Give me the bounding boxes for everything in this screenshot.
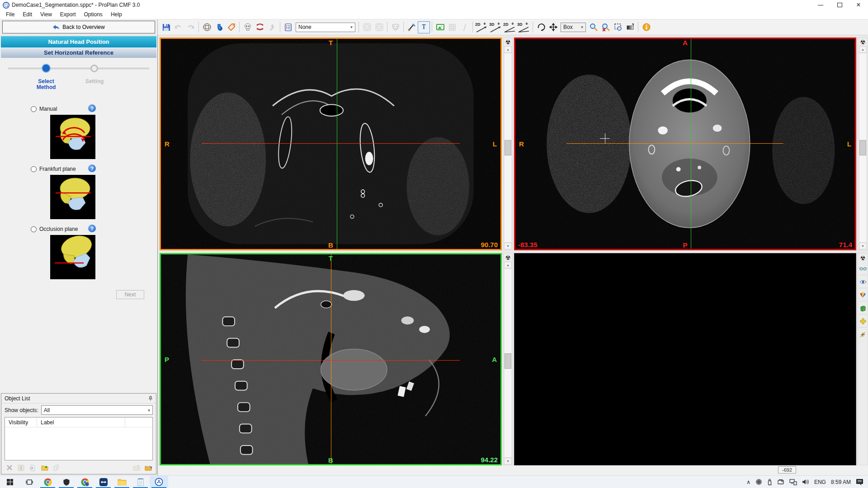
scroll-thumb[interactable]	[505, 140, 511, 155]
axis-icon[interactable]	[859, 331, 867, 340]
step-select-method-dot[interactable]	[42, 64, 51, 73]
jaw-icon[interactable]	[254, 21, 266, 33]
notification-center-icon[interactable]	[856, 479, 863, 485]
wireframe-sphere-icon[interactable]	[201, 21, 213, 33]
usb-device-icon[interactable]	[767, 479, 772, 486]
volume-viewport[interactable]	[514, 253, 856, 466]
scroll-track[interactable]	[504, 268, 512, 458]
back-to-overview-button[interactable]: Back to Overview	[2, 21, 155, 33]
menu-export[interactable]: Export	[56, 11, 80, 18]
menu-file[interactable]: File	[2, 11, 19, 18]
axial-crosshair-horizontal[interactable]	[566, 143, 784, 144]
preset-dropdown[interactable]: None ▾	[296, 23, 355, 32]
tag-icon[interactable]	[225, 21, 237, 33]
frankfurt-plane-help-icon[interactable]: ?	[88, 164, 96, 172]
display-capture-icon[interactable]	[777, 479, 784, 485]
start-button[interactable]	[0, 476, 20, 488]
taskbar-chrome[interactable]	[38, 476, 57, 488]
close-button[interactable]: ×	[849, 0, 868, 10]
duplicate-object-icon[interactable]	[52, 464, 60, 472]
wrench-icon[interactable]	[266, 21, 278, 33]
rotate-icon[interactable]	[535, 21, 547, 33]
step-setting-dot[interactable]	[90, 65, 98, 72]
scroll-down-button[interactable]: ▾	[859, 243, 867, 249]
window-level-icon[interactable]	[624, 21, 636, 33]
scroll-track[interactable]	[504, 53, 512, 243]
network-icon[interactable]	[789, 479, 797, 485]
open-objects-icon[interactable]	[144, 464, 152, 472]
plus-pattern-icon[interactable]	[859, 318, 867, 328]
tray-expand-chevron[interactable]: ∧	[746, 479, 750, 485]
occlusion-plane-help-icon[interactable]: ?	[88, 225, 96, 232]
curve-icon[interactable]	[458, 21, 471, 33]
taskbar-teamviewer[interactable]	[94, 476, 113, 488]
grid-icon[interactable]	[446, 21, 458, 33]
taskbar-proplan[interactable]	[150, 476, 168, 488]
occlusion-plane-radio[interactable]	[31, 226, 37, 232]
scroll-track[interactable]	[859, 53, 867, 243]
cube-icon[interactable]	[859, 305, 867, 314]
coronal-crosshair-horizontal[interactable]	[202, 143, 460, 144]
solid-object-icon[interactable]	[213, 21, 225, 33]
skull-icon[interactable]	[241, 21, 254, 33]
measure-3d-distance-icon[interactable]: 3D+	[489, 21, 503, 33]
color-fan-icon[interactable]	[859, 291, 867, 301]
manual-radio[interactable]	[31, 106, 37, 112]
measure-2d-distance-icon[interactable]: 2D+	[475, 21, 489, 33]
scroll-down-button[interactable]: ▾	[504, 243, 512, 249]
export-object-icon[interactable]	[29, 464, 37, 472]
measure-3d-angle-icon[interactable]: 3D+	[517, 21, 531, 33]
draw-tool-icon[interactable]	[406, 21, 418, 33]
clock[interactable]: 8:59 AM	[831, 479, 851, 485]
scroll-thumb[interactable]	[859, 140, 866, 155]
taskbar-file-explorer[interactable]	[113, 476, 131, 488]
menu-edit[interactable]: Edit	[19, 11, 36, 18]
text-tool-icon[interactable]: T	[418, 21, 430, 33]
coronal-scrollbar[interactable]: ☢ ▴ ▾	[503, 38, 513, 250]
tray-app-icon[interactable]	[755, 479, 762, 485]
menu-options[interactable]: Options	[80, 11, 107, 18]
axial-scrollbar[interactable]: ☢ ▴ ▾	[858, 38, 868, 250]
maximize-button[interactable]	[830, 0, 849, 10]
language-indicator[interactable]: ENG	[814, 479, 826, 485]
object-table[interactable]: Visibility Label	[5, 417, 153, 460]
sagittal-scrollbar[interactable]: ☢ ▴ ▾	[503, 253, 513, 466]
zoom-in-icon[interactable]	[587, 21, 599, 33]
menu-view[interactable]: View	[36, 11, 56, 18]
pin-icon[interactable]	[148, 396, 153, 401]
screenshot-icon[interactable]	[434, 21, 446, 33]
volume-icon[interactable]	[802, 479, 809, 485]
info-icon[interactable]	[640, 21, 652, 33]
scroll-up-button[interactable]: ▴	[859, 46, 867, 53]
eye-icon[interactable]	[859, 278, 867, 288]
taskbar-security-shield[interactable]	[57, 476, 75, 488]
pan-icon[interactable]	[547, 21, 559, 33]
frankfurt-plane-radio[interactable]	[31, 166, 37, 172]
segmentation-skull-icon[interactable]	[361, 21, 373, 33]
glasses-icon[interactable]	[859, 265, 867, 275]
scroll-thumb[interactable]	[505, 353, 511, 369]
show-objects-dropdown[interactable]: All ▾	[41, 405, 153, 415]
zoom-box-icon[interactable]	[612, 21, 624, 33]
zoom-mode-dropdown[interactable]: Box ▾	[561, 23, 586, 32]
scroll-down-button[interactable]: ▾	[504, 458, 512, 465]
coronal-viewport[interactable]: T B R L 90.70	[160, 38, 502, 250]
zoom-reset-icon[interactable]	[599, 21, 612, 33]
task-view-button[interactable]	[20, 476, 38, 488]
mask-icon[interactable]	[389, 21, 401, 33]
menu-help[interactable]: Help	[107, 11, 126, 18]
sagittal-crosshair-horizontal[interactable]	[202, 360, 460, 361]
object-info-icon[interactable]	[17, 464, 25, 472]
new-group-icon[interactable]	[41, 464, 48, 472]
measure-2d-angle-icon[interactable]: 2D+	[503, 21, 517, 33]
sagittal-viewport[interactable]: T B P A 94.22	[160, 253, 502, 466]
redo-icon[interactable]	[184, 21, 197, 33]
undo-icon[interactable]	[172, 21, 184, 33]
next-button[interactable]: Next	[116, 290, 144, 299]
sagittal-crosshair-vertical[interactable]	[331, 254, 331, 465]
import-objects-icon[interactable]	[132, 464, 140, 472]
delete-object-icon[interactable]	[5, 464, 13, 472]
scroll-up-button[interactable]: ▴	[504, 46, 512, 53]
manual-help-icon[interactable]: ?	[88, 104, 96, 112]
save-icon[interactable]	[160, 21, 172, 33]
